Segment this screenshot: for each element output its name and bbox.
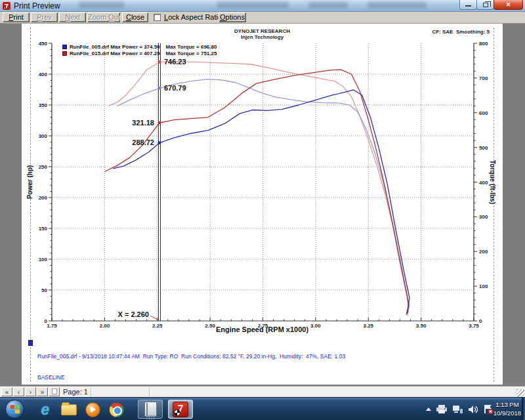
taskbar: e 7 1:13 PM 10/9/2018 <box>0 397 525 420</box>
print-preview-area: DYNOJET RESEARCH Injen Technology CF: SA… <box>0 24 525 386</box>
restore-button[interactable] <box>476 0 494 10</box>
show-desktop-button[interactable] <box>522 398 525 420</box>
svg-text:50: 50 <box>41 287 47 293</box>
page-number-label: Page: 1 <box>63 388 88 396</box>
statusbar-separator <box>91 388 91 396</box>
legend-swatch-red <box>62 51 67 56</box>
next-button[interactable]: Next <box>59 12 86 22</box>
svg-text:300: 300 <box>479 214 488 220</box>
restore-icon <box>483 3 488 7</box>
print-button[interactable]: Print <box>3 12 30 22</box>
resize-grip[interactable] <box>516 389 524 397</box>
svg-text:0: 0 <box>479 318 482 324</box>
report-page: DYNOJET RESEARCH Injen Technology CF: SA… <box>22 24 503 385</box>
zoom-out-button[interactable]: Zoom Out <box>87 12 120 22</box>
chart-legend: RunFile_005.drf Max Power = 374.50 Max T… <box>62 43 217 56</box>
taskbar-item-calculator[interactable] <box>138 400 163 419</box>
cursor-x-label: X = 2.260 <box>118 310 149 318</box>
clock-time: 1:13 PM <box>494 400 521 409</box>
close-icon: ✕ <box>506 1 511 8</box>
start-button[interactable] <box>5 400 24 419</box>
left-axis-title: Power (hp) <box>26 156 33 209</box>
legend-row-baseline: RunFile_005.drf Max Power = 374.50 Max T… <box>62 43 217 50</box>
statusbar: « ‹ › » Page: 1 <box>0 386 525 397</box>
calculator-icon <box>144 402 157 417</box>
svg-text:600: 600 <box>479 110 488 116</box>
svg-text:250: 250 <box>39 164 48 170</box>
svg-text:200: 200 <box>479 249 488 255</box>
page-doc-icon <box>52 388 57 394</box>
svg-text:400: 400 <box>479 180 488 186</box>
legend-row-evo7007: RunFile_015.drf Max Power = 407.29 Max T… <box>62 50 217 56</box>
chrome-icon <box>109 402 124 417</box>
cursor-value-label: 288.72 <box>132 138 154 146</box>
svg-text:150: 150 <box>39 226 48 232</box>
folder-icon <box>61 404 77 415</box>
x-axis-title: Engine Speed (RPM x1000) <box>22 326 503 333</box>
legend-swatch-blue <box>62 45 67 49</box>
lock-aspect-ratio-label: Lock Aspect Ratio <box>164 13 222 21</box>
printer-icon[interactable] <box>436 405 448 414</box>
legend-label: RunFile_015.drf Max Power = 407.29 Max T… <box>70 51 217 56</box>
system-tray <box>426 398 494 420</box>
titlebar-glass-smudge <box>368 2 427 9</box>
hidden-icons-chevron[interactable] <box>426 408 431 411</box>
series-line-runfile_005-torque <box>117 79 410 316</box>
svg-text:500: 500 <box>479 145 488 151</box>
titlebar: Print Preview ✕ <box>0 0 525 12</box>
legend-label: RunFile_005.drf Max Power = 374.50 Max T… <box>70 44 217 50</box>
prev-button[interactable]: Prev <box>31 12 58 22</box>
windows-logo-icon <box>10 405 20 414</box>
window-title: Print Preview <box>14 1 60 10</box>
titlebar-glass-smudge <box>217 2 289 9</box>
svg-text:350: 350 <box>39 102 48 108</box>
run-swatch-blue <box>28 340 33 346</box>
close-button[interactable]: Close <box>122 12 148 22</box>
svg-text:200: 200 <box>39 195 48 201</box>
taskbar-item-media-player[interactable] <box>81 401 104 418</box>
first-page-button[interactable]: « <box>1 387 12 396</box>
cursor-value-label: 670.79 <box>164 84 186 92</box>
svg-text:100: 100 <box>39 257 48 262</box>
svg-text:400: 400 <box>39 72 48 77</box>
print-page-button[interactable] <box>49 387 60 396</box>
taskbar-item-internet-explorer[interactable]: e <box>34 401 56 418</box>
internet-explorer-icon: e <box>41 401 50 419</box>
run-line2: BASELINE <box>37 374 345 381</box>
minimize-icon <box>465 5 471 7</box>
cursor-value-label: 321.18 <box>132 119 154 127</box>
run-line1: RunFile_005.drf - 9/13/2018 10:47:44 AM … <box>37 353 345 360</box>
statusbar-separator <box>149 388 150 396</box>
close-window-button[interactable]: ✕ <box>494 0 523 10</box>
taskbar-clock[interactable]: 1:13 PM 10/9/2018 <box>494 400 521 417</box>
right-axis-title: Torque (ft-lbs) <box>489 156 496 209</box>
titlebar-glass-smudge <box>308 2 348 9</box>
prev-page-button[interactable]: ‹ <box>13 387 24 396</box>
network-icon[interactable] <box>452 405 463 414</box>
app-icon <box>3 2 10 10</box>
taskbar-item-chrome[interactable] <box>105 401 127 418</box>
cursor-value-label: 746.23 <box>164 58 186 66</box>
options-button[interactable]: Options <box>219 12 246 22</box>
dynojet-winpep-icon: 7 <box>173 402 188 417</box>
volume-icon[interactable] <box>468 405 478 414</box>
svg-text:300: 300 <box>39 133 48 139</box>
print-preview-toolbar: Print Prev Next Zoom Out Close Lock Aspe… <box>0 12 525 24</box>
lock-aspect-ratio-checkbox[interactable] <box>154 14 161 21</box>
taskbar-item-dynojet-winpep[interactable]: 7 <box>168 400 193 419</box>
action-center-flag-icon[interactable] <box>483 404 494 414</box>
media-player-icon <box>85 402 100 417</box>
svg-text:0: 0 <box>45 318 48 324</box>
last-page-button[interactable]: » <box>37 387 48 396</box>
titlebar-glass-smudge <box>79 2 125 9</box>
svg-text:450: 450 <box>39 41 48 47</box>
taskbar-item-explorer[interactable] <box>58 401 80 418</box>
series-line-runfile_015-power <box>104 70 408 314</box>
svg-text:800: 800 <box>479 41 488 47</box>
next-page-button[interactable]: › <box>25 387 36 396</box>
minimize-button[interactable] <box>459 0 477 10</box>
svg-text:700: 700 <box>479 75 488 81</box>
svg-text:100: 100 <box>479 284 488 289</box>
clock-date: 10/9/2018 <box>494 409 521 417</box>
